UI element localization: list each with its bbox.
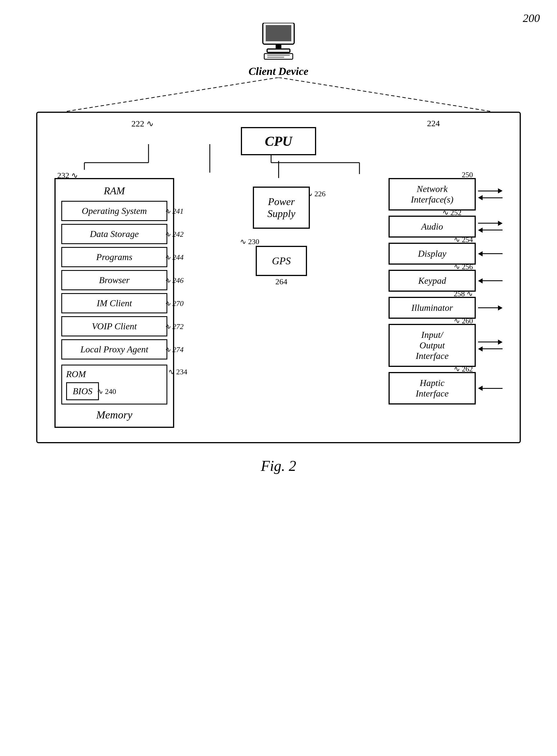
audio-line-r — [478, 223, 498, 224]
svg-rect-4 — [264, 54, 293, 59]
illuminator-box-wrap: 258 ∿ Illuminator — [388, 297, 476, 319]
arrowhead-right-1 — [498, 188, 503, 193]
client-device-svg — [259, 23, 298, 60]
power-supply-box: Power Supply — [253, 187, 310, 229]
rom-box: ROM ∿ 240 BIOS — [61, 365, 167, 405]
keypad-box: Keypad — [388, 270, 476, 292]
voip-client-label: VOIP Client — [92, 321, 137, 331]
display-head-l — [478, 251, 482, 256]
operating-system-label: Operating System — [82, 206, 147, 216]
right-section: 250 Network Interface(s) — [388, 178, 503, 405]
client-device-label: Client Device — [248, 65, 309, 77]
ram-label: RAM — [61, 185, 167, 197]
middle-section: ∿ 226 Power Supply ∿ 230 GPS 264 — [185, 178, 377, 286]
io-box-wrap: ∿ 260 Input/ Output Interface — [388, 324, 476, 367]
display-line — [482, 253, 503, 254]
audio-arrow-l — [478, 228, 503, 233]
rom-label: ROM — [66, 369, 163, 379]
bios-label: BIOS — [73, 386, 92, 396]
keypad-line — [482, 280, 503, 281]
network-interface-row: 250 Network Interface(s) — [388, 178, 503, 211]
content-row: 232 ∿ RAM Operating System ∿ 241 Data St… — [54, 178, 503, 428]
memory-section: 232 ∿ RAM Operating System ∿ 241 Data St… — [54, 178, 174, 428]
svg-rect-6 — [267, 57, 284, 58]
bios-wrapper: ∿ 240 BIOS — [66, 382, 99, 400]
figure-caption: Fig. 2 — [261, 458, 296, 474]
audio-label: Audio — [421, 221, 443, 231]
ds-ref: ∿ 242 — [165, 229, 184, 239]
bidirectional-arrows — [478, 188, 503, 200]
audio-interface-row: ∿ 252 Audio — [388, 216, 503, 238]
browser-label: Browser — [99, 275, 129, 285]
keypad-interface-row: ∿ 256 Keypad — [388, 270, 503, 292]
display-arrow — [478, 251, 503, 256]
browser-ref: ∿ 246 — [165, 276, 184, 285]
audio-box-wrap: ∿ 252 Audio — [388, 216, 476, 238]
illuminator-box: Illuminator — [388, 297, 476, 319]
local-proxy-label: Local Proxy Agent — [80, 344, 148, 354]
power-supply-section: ∿ 226 Power Supply — [253, 187, 310, 229]
rom-section: ∿ 234 ROM ∿ 240 BIOS — [61, 365, 167, 405]
audio-line-l — [482, 229, 503, 230]
network-interface-box: Network Interface(s) — [388, 178, 476, 211]
bios-box: BIOS — [66, 382, 99, 400]
cpu-vertical-line — [278, 161, 279, 178]
network-ref-label: 224 — [427, 119, 440, 128]
bios-ref: ∿ 240 — [97, 387, 116, 396]
dashed-connection-lines — [36, 77, 521, 112]
illuminator-line — [478, 307, 498, 308]
cpu-row: 222 ∿ CPU 224 — [54, 127, 503, 155]
io-arrow-r — [478, 340, 503, 345]
network-interface-box-wrap: 250 Network Interface(s) — [388, 178, 476, 211]
network-interface-label: Network Interface(s) — [411, 184, 453, 204]
arrow-left-1 — [478, 195, 503, 200]
im-ref: ∿ 270 — [165, 299, 184, 308]
svg-rect-3 — [267, 49, 290, 53]
audio-box: Audio — [388, 216, 476, 238]
client-device-icon — [259, 23, 298, 60]
io-bidirectional — [478, 340, 503, 351]
gps-box: GPS — [256, 246, 307, 276]
keypad-label: Keypad — [418, 276, 446, 286]
rom-ref: ∿ 234 — [168, 368, 187, 376]
audio-bidirectional — [478, 221, 503, 233]
network-arrows — [478, 188, 503, 200]
io-interface-box: Input/ Output Interface — [388, 324, 476, 367]
display-box: Display — [388, 243, 476, 264]
lpa-ref: ∿ 274 — [165, 345, 184, 354]
local-proxy-agent-box: Local Proxy Agent ∿ 274 — [61, 339, 167, 359]
audio-arrows — [478, 221, 503, 233]
im-client-label: IM Client — [97, 298, 132, 308]
audio-arrow-r — [478, 221, 503, 226]
arrow-line-1 — [478, 191, 498, 191]
svg-rect-1 — [266, 25, 291, 41]
arrowhead-left-1 — [478, 195, 482, 200]
cpu-ref-label: 222 ∿ — [131, 119, 154, 128]
illuminator-interface-row: 258 ∿ Illuminator — [388, 297, 503, 319]
prog-ref: ∿ 244 — [165, 253, 184, 261]
os-ref: ∿ 241 — [165, 207, 184, 215]
gps-bus-ref: ∿ 230 — [240, 237, 259, 246]
illuminator-label: Illuminator — [411, 303, 453, 313]
audio-head-r — [498, 221, 503, 226]
keypad-arrow — [478, 278, 503, 283]
data-storage-label: Data Storage — [90, 229, 139, 239]
io-head-r — [498, 340, 503, 345]
memory-outer-box: RAM Operating System ∿ 241 Data Storage … — [54, 178, 174, 428]
browser-box: Browser ∿ 246 — [61, 270, 167, 290]
arrow-line-l1 — [482, 197, 503, 198]
keypad-box-wrap: ∿ 256 Keypad — [388, 270, 476, 292]
cpu-label: CPU — [265, 134, 292, 149]
haptic-box: Haptic Interface — [388, 372, 476, 405]
display-label: Display — [418, 248, 446, 259]
haptic-interface-row: ∿ 262 Haptic Interface — [388, 372, 503, 405]
arrow-right-1 — [478, 188, 503, 193]
svg-line-8 — [278, 77, 492, 112]
memory-outer-label: Memory — [61, 408, 167, 421]
io-head-l — [478, 346, 482, 351]
io-interface-row: ∿ 260 Input/ Output Interface — [388, 324, 503, 367]
ram-components: Operating System ∿ 241 Data Storage ∿ 24… — [61, 201, 167, 359]
io-label: Input/ Output Interface — [416, 329, 449, 361]
haptic-line — [482, 388, 503, 389]
page-container: 200 Client Device — [17, 11, 540, 474]
